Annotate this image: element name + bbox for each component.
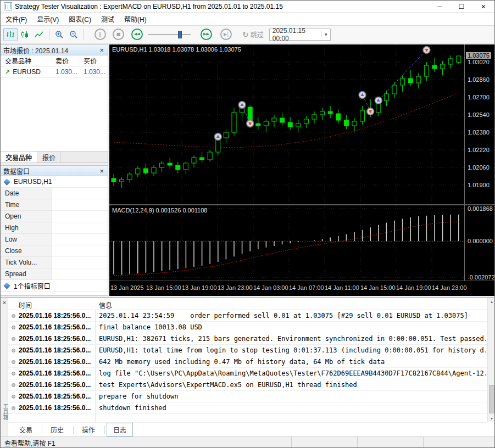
app-icon <box>4 2 12 10</box>
tab-separator <box>42 426 42 434</box>
scroll-up-icon[interactable]: ▲ <box>488 300 495 304</box>
market-watch-close-icon[interactable]: × <box>98 47 105 54</box>
log-time: 2025.01.16 18:25:56.0... <box>19 393 94 400</box>
field-value <box>52 245 108 257</box>
status-cell <box>357 437 423 448</box>
candle <box>160 163 164 167</box>
zoom-in-button[interactable] <box>52 28 66 41</box>
menu-item-test[interactable]: 测试 <box>96 13 119 25</box>
data-window-title: 数据窗口 <box>3 166 30 176</box>
log-time: 2025.01.16 18:25:56.0... <box>19 335 94 343</box>
candlestick-chart-button[interactable] <box>18 28 32 41</box>
market-watch-panel: 市场报价 : 2025.01.14 × 交易品种 卖价 买价 ↗ EURUSD … <box>1 44 108 163</box>
field-label-close: Close <box>1 245 52 257</box>
column-header-message[interactable]: 信息 <box>99 300 112 310</box>
scroll-down-icon[interactable]: ▼ <box>488 417 495 421</box>
journal-row[interactable]: 2025.01.16 18:25:56.0...EURUSD,H1: 38267… <box>8 333 487 345</box>
menu-item-file[interactable]: 文件(F) <box>1 13 32 25</box>
column-header-ask[interactable]: 买价 <box>80 55 108 66</box>
column-header-time[interactable]: 时间 <box>19 300 32 310</box>
symbol-name: EURUSD <box>13 68 41 76</box>
scrollbar-thumb[interactable] <box>489 385 494 413</box>
tab-history[interactable]: 历史 <box>44 423 70 436</box>
menu-item-view[interactable]: 显示(V) <box>32 13 64 25</box>
field-label-open: Open <box>1 211 52 222</box>
price-scale-label: 1.02860 <box>468 76 490 83</box>
journal-row[interactable]: 2025.01.16 18:25:56.0...prepare for shut… <box>8 391 487 402</box>
line-chart-icon <box>35 31 43 38</box>
macd-canvas[interactable] <box>109 205 464 281</box>
macd-signal-line <box>114 222 459 276</box>
candle <box>232 113 236 132</box>
macd-indicator-pane[interactable]: MACD(12,24,9) 0.001526 0.001108 <box>109 205 464 281</box>
journal-row[interactable]: 2025.01.16 18:25:56.0...shutdown finishe… <box>8 402 487 414</box>
price-scale[interactable]: 1.030201.028601.027001.025401.023801.022… <box>464 44 495 281</box>
tab-separator <box>73 426 74 434</box>
journal-row[interactable]: 2025.01.16 18:25:56.0...642 Mb memory us… <box>8 356 487 368</box>
ma-line <box>114 93 459 148</box>
tab-separator <box>104 426 105 434</box>
log-time: 2025.01.16 18:25:56.0... <box>19 404 94 412</box>
market-watch-tabs: 交易品种 报价 <box>1 151 108 163</box>
toolbar-separator <box>49 29 49 40</box>
field-value <box>52 234 108 245</box>
column-header-symbol[interactable]: 交易品种 <box>1 55 52 66</box>
data-window-row: Date <box>1 188 108 199</box>
price-scale-label: 1.01900 <box>468 182 490 188</box>
journal-row[interactable]: 2025.01.16 18:25:56.0...EURUSD,H1: total… <box>8 345 487 356</box>
tab-ticks[interactable]: 报价 <box>37 152 61 163</box>
chevron-down-icon[interactable]: ▾ <box>321 31 327 37</box>
menu-item-chart[interactable]: 图表(C) <box>64 13 96 25</box>
journal-close-icon[interactable]: × <box>1 300 8 306</box>
journal-row[interactable]: 2025.01.16 18:25:56.0...log file "C:\Use… <box>8 368 487 379</box>
log-bullet-icon <box>12 326 15 329</box>
tab-symbols[interactable]: 交易品种 <box>1 152 37 163</box>
candle <box>112 178 116 182</box>
skip-button[interactable]: ↻ 跳过 <box>242 30 264 39</box>
tab-operations[interactable]: 操作 <box>75 423 102 436</box>
pause-button[interactable]: ∥ <box>94 29 106 40</box>
price-chart-pane[interactable]: EURUSD,H1 1.03018 1.03078 1.03006 1.0307… <box>109 44 464 204</box>
close-icon[interactable]: × <box>472 1 494 12</box>
menu-item-help[interactable]: 帮助(H) <box>119 13 152 25</box>
zoom-out-button[interactable] <box>66 28 81 41</box>
price-scale-label: 1.02540 <box>468 111 490 118</box>
slower-button[interactable]: ◀◀ <box>131 29 143 40</box>
zoom-out-icon <box>69 30 78 39</box>
price-chart-canvas[interactable] <box>109 44 464 204</box>
speed-slider-thumb[interactable] <box>178 31 182 38</box>
market-watch-row-eurusd[interactable]: ↗ EURUSD 1.030... 1.030... <box>1 66 108 78</box>
log-time: 2025.01.16 18:25:56.0... <box>19 381 94 389</box>
data-window-close-icon[interactable]: × <box>98 167 105 175</box>
tab-trade[interactable]: 交易 <box>13 423 39 436</box>
data-window-row: Close <box>1 245 108 257</box>
journal-row[interactable]: 2025.01.16 18:25:56.0...final balance 10… <box>8 322 487 333</box>
macd-scale-label: 0.001868 <box>468 205 493 212</box>
time-axis[interactable]: 13 Jan 2025 13 Jan 15:00 13 Jan 19:00 13… <box>109 281 495 296</box>
skip-to-end-button[interactable]: ▶| <box>220 29 232 40</box>
journal-scrollbar[interactable]: ▲ ▼ <box>487 298 495 422</box>
stop-button[interactable]: ■ <box>113 29 124 40</box>
column-header-bid[interactable]: 卖价 <box>52 55 80 66</box>
tab-journal[interactable]: 日志 <box>107 423 133 436</box>
candle <box>312 115 316 119</box>
speed-slider[interactable] <box>147 28 192 41</box>
chart-region: EURUSD,H1 1.03018 1.03078 1.03006 1.0307… <box>109 44 495 296</box>
data-window-panel: 数据窗口 × EURUSD,H1 Date Time Open High Low… <box>1 165 108 296</box>
toolbar: ∥ ■ ◀◀ ▶▶ ▶| ↻ 跳过 2025.01.15 00:00 ▾ <box>1 26 494 43</box>
data-window-row: Low <box>1 234 108 245</box>
candle <box>304 119 308 124</box>
candle <box>416 76 421 83</box>
line-chart-button[interactable] <box>32 28 46 41</box>
minimize-icon[interactable]: ─ <box>429 1 450 12</box>
test-datetime-value: 2025.01.15 00:00 <box>272 27 321 42</box>
journal-row[interactable]: 2025.01.16 18:25:56.0...2025.01.14 23:54… <box>8 310 487 322</box>
candle <box>441 64 445 69</box>
log-bullet-icon <box>12 406 15 410</box>
test-datetime-box[interactable]: 2025.01.15 00:00 ▾ <box>269 29 331 41</box>
faster-button[interactable]: ▶▶ <box>201 29 212 40</box>
journal-row[interactable]: 2025.01.16 18:25:56.0...test Experts\Adv… <box>8 379 487 391</box>
indicator-group-row[interactable]: 1个指标窗口 <box>1 280 108 292</box>
bar-chart-button[interactable] <box>3 28 18 41</box>
maximize-icon[interactable]: ☐ <box>450 1 472 12</box>
